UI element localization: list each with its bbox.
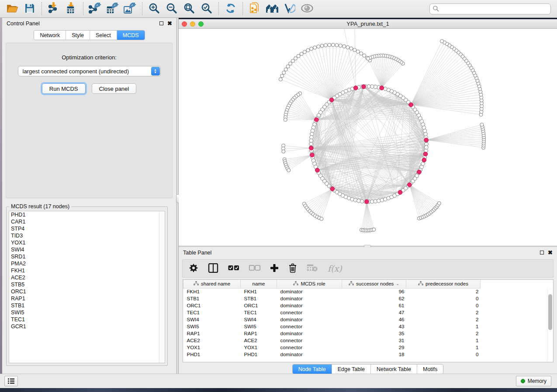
zoom-in-button[interactable] (145, 2, 163, 16)
mcds-result-item[interactable]: GCR1 (9, 323, 165, 330)
function-builder-button[interactable]: f(x) (328, 264, 342, 273)
mcds-result-item[interactable]: STB1 (9, 302, 165, 309)
mcds-node[interactable] (329, 98, 334, 102)
save-session-button[interactable] (21, 2, 38, 16)
mcds-result-item[interactable]: SWI5 (9, 309, 165, 316)
mcds-list-scrollbar[interactable] (159, 211, 165, 363)
column-header-successor-nodes[interactable]: successor nodes⌄ (342, 280, 406, 288)
mcds-result-item[interactable]: RAP1 (9, 295, 165, 302)
mcds-result-list[interactable]: PHD1CAR1STP4TID3YOX1SWI4SRD1PMA2FKH1ACE2… (9, 211, 165, 363)
export-table-button[interactable] (104, 2, 121, 16)
memory-button[interactable]: Memory (516, 376, 551, 386)
column-header-shared-name[interactable]: shared name (183, 280, 241, 288)
table-row[interactable]: SWI5SWI5connector431 (183, 323, 481, 330)
mcds-result-item[interactable]: YOX1 (9, 239, 165, 246)
mcds-node[interactable] (424, 138, 429, 142)
tab-edge-table[interactable]: Edge Table (332, 364, 371, 374)
deselect-all-button[interactable] (249, 265, 260, 272)
mcds-result-item[interactable]: SRD1 (9, 253, 165, 260)
zoom-selected-button[interactable] (198, 2, 215, 16)
table-scrollbar[interactable] (547, 288, 553, 362)
mcds-node[interactable] (315, 117, 319, 122)
first-neighbors-button[interactable] (263, 2, 281, 16)
criterion-select[interactable]: largest connected component (undirected)… (18, 66, 161, 76)
column-view-icon (208, 263, 218, 274)
mcds-node[interactable] (310, 153, 315, 157)
close-panel-button[interactable]: Close panel (92, 83, 137, 94)
search-input[interactable] (429, 3, 551, 14)
float-panel-icon[interactable] (540, 251, 544, 254)
table-row[interactable]: STB1STB1dominator620 (183, 295, 481, 302)
network-node[interactable] (424, 145, 428, 149)
mcds-node[interactable] (398, 190, 402, 195)
tab-style[interactable]: Style (66, 31, 90, 40)
export-network-button[interactable] (86, 2, 104, 16)
mcds-result-item[interactable]: SWI4 (9, 246, 165, 253)
tab-select[interactable]: Select (90, 31, 117, 40)
task-history-button[interactable] (4, 376, 18, 386)
table-row[interactable]: FKH1FKH1dominator962 (183, 288, 481, 295)
mcds-result-item[interactable]: CAR1 (9, 218, 165, 225)
mcds-node[interactable] (315, 168, 320, 172)
network-from-selection-button[interactable] (246, 2, 263, 16)
mcds-node[interactable] (330, 187, 335, 191)
column-header-MCDS-role[interactable]: MCDS role (277, 280, 342, 288)
close-panel-icon[interactable]: ✖ (167, 21, 172, 26)
tab-mcds[interactable]: MCDS (117, 31, 145, 40)
table-row[interactable]: RAP1RAP1dominator352 (183, 330, 481, 337)
mcds-result-item[interactable]: STP4 (9, 225, 165, 232)
mcds-node[interactable] (362, 85, 366, 89)
tab-node-table[interactable]: Node Table (293, 364, 332, 374)
close-panel-icon[interactable]: ✖ (548, 251, 553, 255)
add-column-button[interactable] (270, 264, 279, 274)
select-all-button[interactable] (228, 265, 239, 272)
network-canvas[interactable] (179, 29, 557, 246)
mcds-result-item[interactable]: PHD1 (9, 211, 165, 218)
mcds-result-item[interactable]: FKH1 (9, 267, 165, 274)
network-graph[interactable] (179, 29, 557, 246)
mcds-result-item[interactable]: ORC1 (9, 288, 165, 295)
mcds-node[interactable] (409, 103, 413, 107)
table-row[interactable]: TEC1TEC1connector472 (183, 309, 481, 316)
column-header-predecessor-nodes[interactable]: predecessor nodes (406, 280, 481, 288)
tab-motifs[interactable]: Motifs (417, 364, 443, 374)
delete-table-button[interactable] (307, 264, 318, 273)
mcds-result-item[interactable]: TID3 (9, 232, 165, 239)
mcds-result-item[interactable]: PMA2 (9, 260, 165, 267)
mcds-node[interactable] (380, 86, 384, 90)
import-table-button[interactable] (62, 2, 80, 16)
mcds-node[interactable] (365, 199, 369, 204)
vizmapper-button[interactable] (281, 2, 298, 16)
table-scrollbar-thumb[interactable] (548, 294, 552, 330)
mcds-node[interactable] (422, 158, 426, 162)
table-row[interactable]: ACE2ACE2connector311 (183, 337, 481, 344)
open-session-button[interactable] (3, 2, 21, 16)
column-header-name[interactable]: name (241, 280, 277, 288)
mcds-result-item[interactable]: STB5 (9, 281, 165, 288)
export-image-button[interactable] (121, 2, 139, 16)
zoom-out-button[interactable] (163, 2, 180, 16)
table-row[interactable]: ORC1ORC1dominator610 (183, 302, 481, 309)
table-row[interactable]: SWI4SWI4dominator462 (183, 316, 481, 323)
table-row[interactable]: PHD1PHD1dominator180 (183, 351, 481, 358)
mcds-result-item[interactable]: TEC1 (9, 316, 165, 323)
mcds-result-item[interactable]: ACE2 (9, 274, 165, 281)
gear-button[interactable] (189, 263, 198, 274)
network-window-titlebar[interactable]: YPA_prune.txt_1 (179, 19, 557, 29)
mcds-node[interactable] (408, 183, 412, 187)
column-view-button[interactable] (208, 263, 218, 274)
refresh-button[interactable] (222, 2, 239, 16)
tab-network-table[interactable]: Network Table (371, 364, 417, 374)
zoom-fit-button[interactable] (180, 2, 198, 16)
mcds-node[interactable] (309, 146, 314, 150)
mcds-node[interactable] (354, 86, 358, 90)
import-network-button[interactable] (45, 2, 62, 16)
mcds-node[interactable] (423, 152, 428, 156)
graphics-details-button[interactable] (298, 2, 316, 16)
table-row[interactable]: YOX1YOX1connector291 (183, 344, 481, 351)
mcds-node[interactable] (417, 170, 422, 174)
tab-network[interactable]: Network (34, 31, 66, 40)
run-mcds-button[interactable]: Run MCDS (42, 83, 86, 94)
float-panel-icon[interactable] (159, 21, 163, 25)
delete-button[interactable] (288, 263, 297, 274)
